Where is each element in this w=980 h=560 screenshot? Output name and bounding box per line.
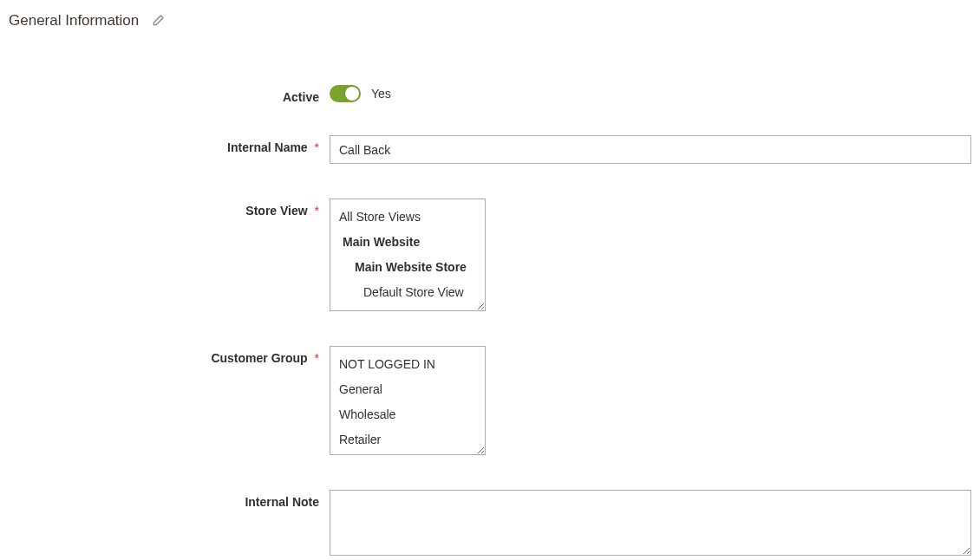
- section-title: General Information: [9, 12, 139, 29]
- required-mark: *: [315, 204, 319, 218]
- internal-note-textarea[interactable]: [330, 490, 971, 556]
- control-internal-name: [330, 135, 971, 164]
- control-store-view: All Store Views Main Website Main Websit…: [330, 199, 971, 311]
- store-view-option[interactable]: Default Store View: [330, 280, 485, 305]
- section-header: General Information: [0, 0, 980, 42]
- field-row-internal-note: Internal Note: [9, 490, 971, 556]
- field-row-store-view: Store View * All Store Views Main Websit…: [9, 199, 971, 311]
- pencil-icon[interactable]: [151, 14, 165, 28]
- label-customer-group-text: Customer Group: [211, 351, 307, 365]
- label-internal-note: Internal Note: [9, 490, 330, 509]
- required-mark: *: [315, 351, 319, 365]
- store-view-option[interactable]: Main Website Store: [330, 255, 485, 280]
- store-view-option[interactable]: All Store Views: [330, 205, 485, 230]
- active-value-text: Yes: [371, 87, 391, 101]
- customer-group-option[interactable]: Wholesale: [330, 402, 485, 427]
- form-area: Active Yes Internal Name * Store View * …: [0, 42, 980, 560]
- field-row-active: Active Yes: [9, 85, 971, 104]
- customer-group-option[interactable]: Retailer: [330, 427, 485, 453]
- field-row-internal-name: Internal Name *: [9, 135, 971, 164]
- field-row-customer-group: Customer Group * NOT LOGGED IN General W…: [9, 346, 971, 455]
- control-internal-note: [330, 490, 971, 556]
- label-internal-name: Internal Name *: [9, 135, 330, 154]
- control-customer-group: NOT LOGGED IN General Wholesale Retailer: [330, 346, 971, 455]
- label-store-view: Store View *: [9, 199, 330, 218]
- internal-name-input[interactable]: [330, 135, 971, 164]
- label-active-text: Active: [283, 90, 319, 104]
- customer-group-multiselect[interactable]: NOT LOGGED IN General Wholesale Retailer: [330, 346, 486, 455]
- label-internal-name-text: Internal Name: [227, 140, 308, 154]
- required-mark: *: [315, 140, 319, 154]
- label-store-view-text: Store View: [245, 204, 307, 218]
- customer-group-option[interactable]: General: [330, 377, 485, 402]
- label-customer-group: Customer Group *: [9, 346, 330, 365]
- active-toggle[interactable]: [330, 85, 361, 102]
- store-view-multiselect[interactable]: All Store Views Main Website Main Websit…: [330, 199, 486, 311]
- toggle-knob: [345, 87, 359, 101]
- store-view-option[interactable]: Main Website: [330, 230, 485, 255]
- customer-group-option[interactable]: NOT LOGGED IN: [330, 352, 485, 377]
- label-active: Active: [9, 85, 330, 104]
- control-active: Yes: [330, 85, 971, 102]
- label-internal-note-text: Internal Note: [245, 495, 319, 509]
